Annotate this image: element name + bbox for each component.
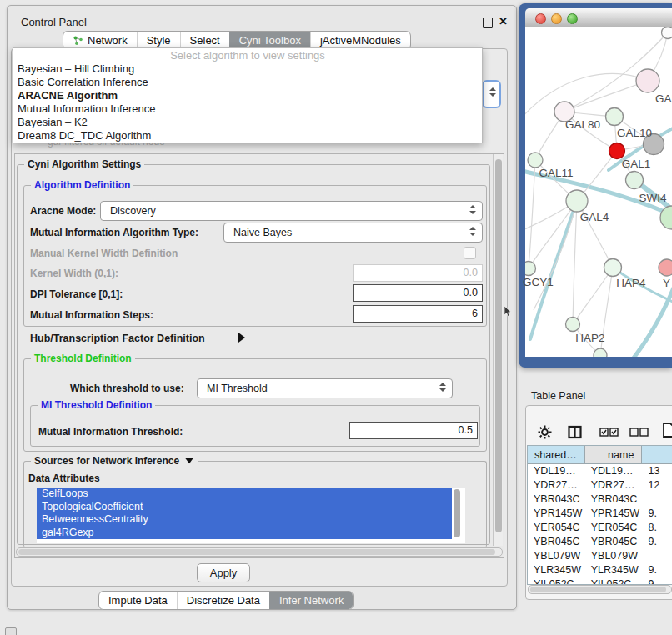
mi-algorithm-type-combobox[interactable]: Naive Bayes	[223, 222, 483, 242]
network-icon	[73, 35, 83, 46]
dropdown-placeholder: Select algorithm to view settings	[13, 48, 482, 62]
list-item[interactable]: TopologicalCoefficient	[37, 501, 452, 514]
zoom-traffic-light-icon[interactable]	[567, 13, 578, 24]
node-label: GAL10	[612, 127, 657, 139]
mi-steps-label: Mutual Information Steps:	[30, 309, 153, 321]
node-gcy1[interactable]	[525, 262, 536, 276]
manual-kernel-width-label: Manual Kernel Width Definition	[30, 248, 178, 259]
node-salmon[interactable]	[659, 259, 672, 276]
mi-threshold-group-title: MI Threshold Definition	[38, 399, 155, 411]
hub-definition-label: Hub/Transcription Factor Definition	[30, 332, 205, 344]
table-row[interactable]: YIL052C YIL052C 9	[528, 578, 672, 585]
tab-style[interactable]: Style	[137, 32, 180, 49]
edge	[573, 268, 613, 324]
node-label: HAP2	[568, 332, 613, 344]
tab-network[interactable]: Network	[63, 32, 137, 49]
tab-cyni-toolbox[interactable]: Cyni Toolbox	[229, 32, 310, 49]
sources-group-title: Sources for Network Inference	[34, 455, 179, 467]
which-threshold-combobox[interactable]: MI Threshold	[197, 378, 453, 398]
mi-algorithm-type-label: Mutual Information Algorithm Type:	[30, 227, 198, 238]
node-gal1-selected[interactable]	[609, 143, 625, 159]
list-scrollbar[interactable]	[454, 489, 460, 538]
manual-kernel-width-checkbox[interactable]	[464, 247, 476, 259]
table-row[interactable]: YLR345W YLR345W 9.	[528, 563, 672, 578]
control-panel-title: Control Panel	[21, 16, 87, 28]
column-header-partial[interactable]	[642, 446, 672, 464]
document-icon[interactable]	[663, 422, 672, 438]
node-gal-pink[interactable]	[636, 69, 659, 92]
table-row[interactable]: YER054C YER054C 8.	[528, 521, 672, 535]
table-row[interactable]: YBR043C YBR043C	[528, 492, 672, 507]
dpi-tolerance-label: DPI Tolerance [0,1]:	[30, 288, 123, 300]
minimize-traffic-light-icon[interactable]	[551, 13, 562, 24]
tab-discretize-data[interactable]: Discretize Data	[177, 592, 269, 609]
dock-icon-partial[interactable]	[5, 628, 17, 635]
select-all-columns-icon[interactable]	[599, 428, 619, 437]
node-label: GAL4	[572, 211, 617, 223]
close-traffic-light-icon[interactable]	[535, 13, 546, 24]
combo-spinner-icon	[469, 205, 476, 214]
mouse-cursor-icon	[504, 306, 514, 318]
kernel-width-field[interactable]: 0.0	[353, 264, 483, 282]
gear-icon[interactable]	[538, 425, 552, 439]
tab-jactivemnodules[interactable]: jActiveMNodules	[310, 32, 410, 49]
column-header-shared-name[interactable]: shared…	[528, 446, 585, 464]
tab-infer-network[interactable]: Infer Network	[269, 592, 353, 609]
table-row[interactable]: YDR27… YDR27… 12	[528, 478, 672, 492]
tab-impute-data[interactable]: Impute Data	[99, 592, 177, 609]
list-item[interactable]: gal4RGexp	[37, 527, 452, 540]
tab-select[interactable]: Select	[180, 32, 229, 49]
data-attributes-list[interactable]: SelfLoops TopologicalCoefficient Between…	[37, 488, 465, 543]
algorithm-combobox-fragment[interactable]	[482, 80, 501, 108]
node-swi4[interactable]	[626, 172, 644, 189]
dropdown-item[interactable]: Bayesian – K2	[13, 116, 482, 129]
combo-spinner-icon	[469, 227, 476, 236]
which-threshold-label: Which threshold to use:	[70, 382, 184, 394]
screenshot-root: Control Panel ✕ Network Style Select Cyn…	[0, 0, 672, 635]
node-hap4[interactable]	[604, 259, 622, 277]
algorithm-dropdown-popup: Select algorithm to view settings Bayesi…	[13, 48, 483, 143]
tab-network-label: Network	[88, 34, 128, 47]
table-row[interactable]: YBR045C YBR045C 9.	[528, 535, 672, 549]
collapse-arrow-icon[interactable]	[238, 332, 245, 342]
split-view-icon[interactable]	[568, 425, 582, 439]
node-gal4[interactable]	[566, 190, 588, 212]
column-header-name[interactable]: name	[585, 446, 643, 464]
dropdown-item-highlighted[interactable]: ARACNE Algorithm	[13, 89, 482, 102]
table-row[interactable]: YDL19… YDL19… 13	[528, 464, 672, 478]
data-attributes-label: Data Attributes	[28, 472, 100, 484]
dpi-tolerance-field[interactable]: 0.0	[353, 284, 483, 302]
dropdown-item[interactable]: Bayesian – Hill Climbing	[13, 62, 482, 76]
mi-threshold-field[interactable]: 0.5	[349, 422, 478, 439]
node-hap2[interactable]	[566, 318, 580, 332]
node[interactable]	[594, 348, 607, 357]
list-item[interactable]: SelfLoops	[37, 488, 452, 501]
settings-horizontal-scrollbar[interactable]	[16, 548, 503, 557]
table-horizontal-scrollbar[interactable]	[528, 585, 672, 594]
network-window-titlebar[interactable]	[525, 8, 672, 28]
edge	[529, 201, 577, 268]
mi-steps-field[interactable]: 6	[353, 305, 483, 322]
algorithm-definition-title: Algorithm Definition	[31, 179, 133, 191]
float-window-icon[interactable]	[483, 18, 493, 28]
table-panel-title: Table Panel	[531, 390, 585, 402]
threshold-definition-title: Threshold Definition	[31, 352, 135, 364]
node-gal10[interactable]	[606, 108, 624, 126]
node[interactable]	[662, 27, 672, 39]
combo-spinner-icon	[489, 88, 496, 97]
apply-button[interactable]: Apply	[197, 563, 250, 582]
aracne-mode-combobox[interactable]: Discovery	[100, 201, 483, 221]
expand-arrow-icon[interactable]	[185, 458, 193, 463]
node-gal11[interactable]	[528, 152, 543, 168]
dropdown-item[interactable]: Dream8 DC_TDC Algorithm	[13, 129, 482, 142]
dropdown-item[interactable]: Mutual Information Inference	[13, 102, 482, 116]
close-icon[interactable]: ✕	[499, 15, 508, 28]
node-label: HAP4	[609, 277, 654, 289]
dropdown-item[interactable]: Basic Correlation Inference	[13, 76, 482, 89]
table-row[interactable]: YBL079W YBL079W	[528, 549, 672, 563]
settings-vertical-scrollbar[interactable]	[493, 154, 503, 546]
list-item[interactable]: BetweennessCentrality	[37, 513, 452, 527]
node-label: GAL	[655, 92, 672, 105]
table-row[interactable]: YPR145W YPR145W 9.	[528, 507, 672, 521]
deselect-columns-icon[interactable]	[629, 428, 649, 437]
